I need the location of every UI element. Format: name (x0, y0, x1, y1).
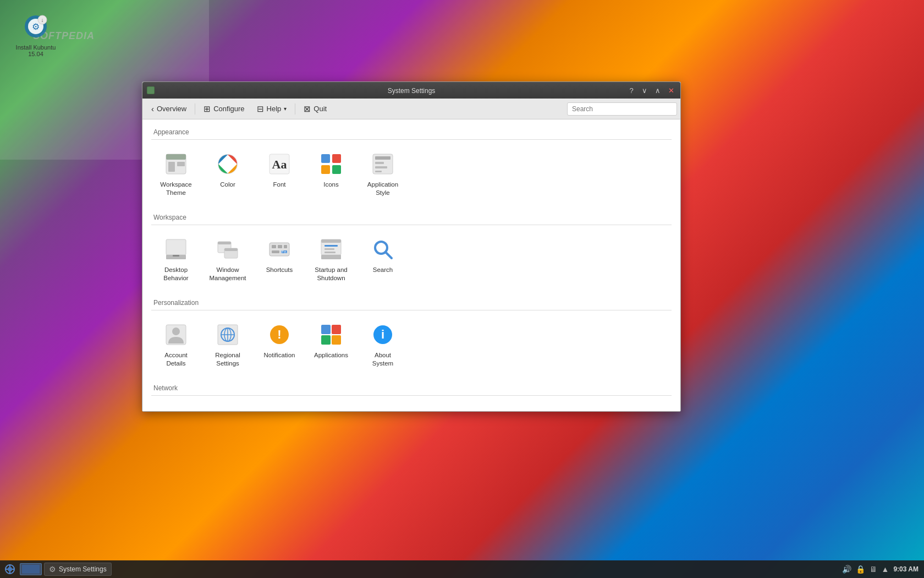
svg-rect-39 (324, 248, 334, 250)
title-controls: ? ∨ ∧ ✕ (626, 85, 676, 95)
svg-rect-28 (224, 248, 238, 251)
help-title-button[interactable]: ? (626, 85, 636, 95)
svg-rect-19 (375, 162, 384, 164)
network-tray-icon[interactable]: ▲ (882, 565, 889, 574)
pager-inner (22, 565, 40, 574)
taskbar-app-label: System Settings (59, 565, 107, 573)
search-input[interactable] (567, 102, 677, 116)
start-button[interactable] (2, 561, 18, 577)
item-color[interactable]: Color (203, 146, 252, 201)
item-desktop-behavior[interactable]: DesktopBehavior (151, 232, 201, 287)
svg-rect-13 (321, 154, 330, 163)
svg-rect-22 (166, 239, 186, 255)
account-details-label: AccountDetails (164, 351, 188, 368)
maximize-button[interactable]: ∧ (653, 85, 663, 95)
notification-icon: ! (266, 321, 293, 348)
window-title: System Settings (142, 85, 680, 95)
item-font[interactable]: Aa Font (255, 146, 304, 201)
item-startup-shutdown[interactable]: Startup andShutdown (306, 232, 356, 287)
window-management-icon (215, 236, 241, 263)
applications-icon (318, 321, 344, 348)
account-details-icon (163, 321, 189, 348)
install-kubuntu-icon[interactable]: ⚙ ↓ Install Kubuntu 15.04 (11, 11, 61, 57)
item-about-system[interactable]: i AboutSystem (358, 317, 408, 372)
section-workspace-title: Workspace (151, 210, 672, 225)
workspace-theme-label: WorkspaceTheme (160, 181, 191, 197)
install-kubuntu-label: Install Kubuntu 15.04 (16, 44, 56, 57)
svg-rect-7 (168, 162, 175, 172)
color-icon (215, 151, 241, 177)
item-shortcuts[interactable]: Fn Shortcuts (255, 232, 304, 287)
regional-settings-label: RegionalSettings (215, 351, 240, 368)
section-personalization: Personalization AccountDetails (151, 296, 672, 374)
svg-rect-38 (324, 245, 338, 247)
personalization-items: AccountDetails RegionalSettings (151, 315, 672, 374)
desktop-pager[interactable] (20, 563, 42, 575)
close-button[interactable]: ✕ (666, 85, 676, 95)
svg-rect-54 (332, 325, 341, 334)
security-icon[interactable]: 🔒 (856, 565, 865, 574)
application-style-icon (370, 151, 396, 177)
svg-rect-53 (321, 325, 331, 334)
window-icon (147, 86, 155, 94)
svg-rect-37 (321, 239, 341, 243)
svg-rect-32 (284, 245, 287, 248)
svg-rect-41 (321, 255, 341, 259)
svg-rect-33 (272, 250, 279, 253)
item-search[interactable]: Search (358, 232, 408, 287)
about-system-icon: i (370, 321, 396, 348)
svg-rect-18 (375, 156, 391, 160)
section-personalization-title: Personalization (151, 296, 672, 310)
taskbar-app-icon: ⚙ (49, 565, 56, 574)
taskbar-clock: 9:03 AM (893, 565, 919, 573)
item-account-details[interactable]: AccountDetails (151, 317, 201, 372)
svg-line-43 (386, 252, 392, 258)
svg-text:⚙: ⚙ (32, 22, 40, 31)
workspace-theme-icon (163, 151, 189, 177)
svg-rect-14 (332, 154, 341, 163)
item-network-settings[interactable]: Settings (151, 402, 201, 411)
title-bar: System Settings ? ∨ ∧ ✕ (142, 82, 680, 99)
item-workspace-theme[interactable]: WorkspaceTheme (151, 146, 201, 201)
configure-button[interactable]: ⊞ Configure (198, 101, 250, 117)
back-icon: ‹ (151, 104, 154, 113)
display-tray-icon[interactable]: 🖥 (870, 565, 877, 574)
settings-content: Appearance WorkspaceTheme (142, 119, 680, 411)
item-application-style[interactable]: ApplicationStyle (358, 146, 408, 201)
icons-icon (318, 151, 344, 177)
volume-icon[interactable]: 🔊 (842, 565, 851, 574)
item-regional-settings[interactable]: RegionalSettings (203, 317, 252, 372)
item-applications[interactable]: Applications (306, 317, 356, 372)
search-settings-icon (370, 236, 396, 263)
toolbar-separator-2 (295, 103, 295, 114)
shortcuts-label: Shortcuts (266, 266, 293, 274)
minimize-button[interactable]: ∨ (640, 85, 650, 95)
window-management-label: WindowManagement (209, 266, 246, 282)
toolbar: ‹ Overview ⊞ Configure ⊟ Help ▾ ⊠ Quit (142, 99, 680, 119)
desktop-behavior-icon (163, 236, 189, 263)
item-connectivity[interactable]: Connectivity (203, 402, 252, 411)
quit-button[interactable]: ⊠ Quit (298, 101, 332, 117)
color-label: Color (220, 181, 235, 189)
workspace-items: DesktopBehavior WindowManagement (151, 230, 672, 289)
overview-button[interactable]: ‹ Overview (146, 101, 192, 117)
item-window-management[interactable]: WindowManagement (203, 232, 252, 287)
item-icons[interactable]: Icons (306, 146, 356, 201)
svg-point-91 (8, 567, 12, 571)
startup-shutdown-label: Startup andShutdown (315, 266, 347, 282)
svg-rect-26 (218, 242, 231, 244)
svg-rect-16 (332, 165, 341, 174)
help-button[interactable]: ⊟ Help ▾ (251, 101, 293, 117)
svg-rect-20 (375, 166, 387, 168)
help-dropdown-icon: ▾ (284, 106, 287, 112)
toolbar-separator-1 (195, 103, 195, 114)
font-label: Font (273, 181, 285, 189)
svg-text:Fn: Fn (281, 249, 286, 254)
svg-rect-24 (173, 255, 179, 257)
taskbar-system-settings[interactable]: ⚙ System Settings (44, 563, 112, 576)
section-network-title: Network (151, 381, 672, 396)
connectivity-icon (215, 407, 241, 411)
network-items: Settings Connectivity (151, 400, 672, 411)
kubuntu-icon-image: ⚙ ↓ (20, 11, 51, 42)
item-notification[interactable]: ! Notification (255, 317, 304, 372)
